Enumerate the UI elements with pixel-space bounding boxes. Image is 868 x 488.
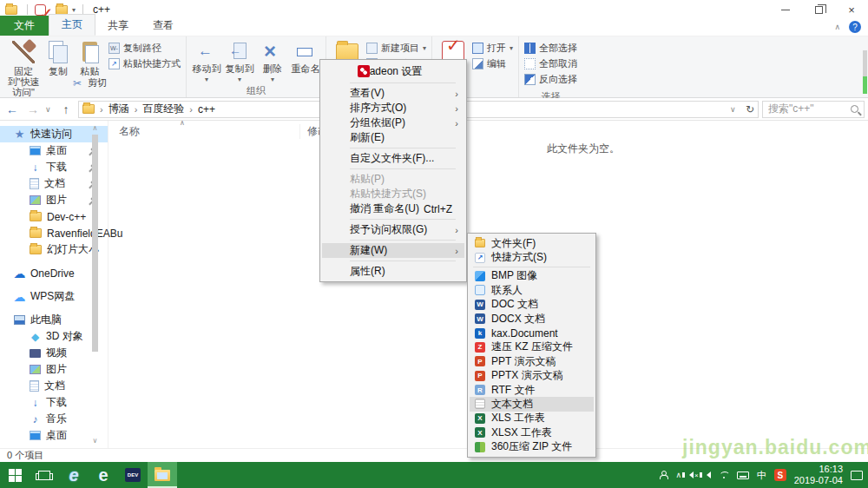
column-header-name[interactable]: 名称 ∧ bbox=[119, 124, 293, 139]
open-icon bbox=[472, 43, 483, 54]
menu-item-properties[interactable]: 属性(R) bbox=[322, 264, 464, 279]
ime-mode-indicator[interactable]: 中 bbox=[757, 469, 766, 482]
submenu-item-folder[interactable]: 文件夹(F) bbox=[470, 236, 594, 250]
touch-keyboard-icon[interactable] bbox=[737, 472, 749, 479]
select-all-button[interactable]: 全部选择 bbox=[524, 42, 577, 55]
recent-locations-icon[interactable]: ∨ bbox=[45, 105, 54, 114]
sidebar-label: 3D 对象 bbox=[46, 329, 83, 344]
move-to-button[interactable]: 移动到 ▾ bbox=[190, 38, 223, 83]
copy-path-label: 复制路径 bbox=[123, 42, 161, 55]
menu-item-sort-by[interactable]: 排序方式(O) › bbox=[322, 101, 464, 115]
submenu-item-shortcut[interactable]: ↗ 快捷方式(S) bbox=[470, 250, 594, 264]
taskbar-edge-button[interactable]: e bbox=[89, 462, 118, 488]
new-item-button[interactable]: 新建项目 ▾ bbox=[366, 42, 426, 55]
submenu-item-bmp[interactable]: BMP 图像 bbox=[470, 269, 594, 283]
taskbar-devcpp-button[interactable]: DEV bbox=[118, 462, 148, 488]
download-icon: ↓ bbox=[30, 397, 41, 408]
sidebar-scrollbar[interactable]: ∧ ∨ bbox=[91, 124, 99, 445]
taskbar-explorer-button[interactable] bbox=[148, 462, 177, 488]
search-placeholder: 搜索"c++" bbox=[768, 102, 847, 116]
menu-item-customize-folder[interactable]: 自定义文件夹(F)... bbox=[322, 151, 464, 166]
minimize-button[interactable] bbox=[769, 0, 802, 19]
menu-item-radeon-settings[interactable]: Radeon 设置 bbox=[322, 63, 464, 80]
crumb-user[interactable]: 博涵 bbox=[108, 102, 129, 116]
tab-view[interactable]: 查看 bbox=[141, 16, 186, 36]
sogou-input-icon[interactable]: S bbox=[774, 469, 786, 481]
start-button[interactable] bbox=[0, 462, 30, 488]
submenu-item-xlsx[interactable]: X XLSX 工作表 bbox=[470, 425, 594, 439]
submenu-item-xls[interactable]: X XLS 工作表 bbox=[470, 412, 594, 425]
paste-shortcut-button[interactable]: 粘贴快捷方式 bbox=[108, 57, 181, 70]
help-icon[interactable]: ? bbox=[849, 21, 861, 33]
submenu-item-contact[interactable]: 联系人 bbox=[470, 283, 594, 297]
qat-customize-icon[interactable]: ▾ bbox=[72, 6, 76, 14]
people-icon[interactable] bbox=[659, 471, 667, 479]
taskbar-ie-button[interactable]: e bbox=[59, 462, 89, 488]
submenu-item-ppt[interactable]: P PPT 演示文稿 bbox=[470, 354, 594, 368]
clock[interactable]: 16:13 2019-07-04 bbox=[794, 464, 843, 486]
select-none-button[interactable]: 全部取消 bbox=[524, 57, 577, 70]
tray-time: 16:13 bbox=[794, 464, 843, 475]
properties-qat-icon[interactable] bbox=[35, 4, 46, 16]
task-view-button[interactable] bbox=[30, 462, 59, 488]
rename-button[interactable]: 重命名 bbox=[289, 38, 322, 76]
scrollbar-thumb[interactable] bbox=[92, 135, 98, 352]
tab-home[interactable]: 主页 bbox=[49, 14, 95, 36]
restore-button[interactable] bbox=[802, 0, 835, 19]
submenu-item-kax[interactable]: k kax.Document bbox=[470, 326, 594, 340]
crumb-jingyan[interactable]: 百度经验 bbox=[142, 102, 184, 116]
delete-button[interactable]: 删除 ▾ bbox=[256, 38, 289, 83]
menu-item-undo-rename[interactable]: 撤消 重命名(U) Ctrl+Z bbox=[322, 201, 464, 216]
newfolder-qat-icon[interactable] bbox=[56, 5, 68, 15]
submenu-item-text-document[interactable]: 文本文档 bbox=[470, 397, 594, 411]
menu-item-group-by[interactable]: 分组依据(P) › bbox=[322, 115, 464, 130]
menu-item-view[interactable]: 查看(V) › bbox=[322, 86, 464, 101]
kz-archive-icon: Z bbox=[475, 342, 485, 353]
scrollbar-fragment bbox=[863, 50, 867, 94]
refresh-icon[interactable]: ↻ bbox=[746, 103, 754, 115]
submenu-arrow-icon: › bbox=[455, 89, 458, 99]
minimize-icon bbox=[781, 10, 790, 10]
copy-to-button[interactable]: 复制到 ▾ bbox=[223, 38, 256, 83]
scroll-up-icon[interactable]: ∧ bbox=[91, 124, 99, 132]
close-button[interactable]: × bbox=[835, 0, 868, 19]
scroll-down-icon[interactable]: ∨ bbox=[91, 437, 99, 445]
crumb-cpp[interactable]: c++ bbox=[198, 103, 215, 115]
internet-explorer-icon: e bbox=[69, 466, 78, 484]
address-dropdown-icon[interactable]: ∨ bbox=[730, 105, 739, 114]
hidden-icons-chevron-icon[interactable]: ∧ bbox=[675, 471, 681, 479]
open-button[interactable]: 打开 ▾ bbox=[472, 42, 513, 55]
collapse-ribbon-icon[interactable]: ∧ bbox=[834, 23, 840, 31]
submenu-item-360zip[interactable]: 360压缩 ZIP 文件 bbox=[470, 439, 594, 453]
copy-path-button[interactable]: 复制路径 bbox=[108, 42, 181, 55]
menu-item-give-access[interactable]: 授予访问权限(G) › bbox=[322, 222, 464, 237]
sidebar-label: 快速访问 bbox=[30, 127, 72, 142]
menu-item-new[interactable]: 新建(W) › bbox=[322, 243, 464, 258]
submenu-item-pptx[interactable]: P PPTX 演示文稿 bbox=[470, 369, 594, 383]
submenu-item-kz-archive[interactable]: Z 速压 KZ 压缩文件 bbox=[470, 340, 594, 354]
tab-share[interactable]: 共享 bbox=[95, 16, 141, 36]
menu-item-refresh[interactable]: 刷新(E) bbox=[322, 130, 464, 145]
back-button[interactable]: ← bbox=[3, 102, 21, 116]
copy-button[interactable]: 复制 bbox=[43, 38, 73, 76]
cut-button[interactable]: 剪切 bbox=[73, 76, 107, 89]
forward-button[interactable]: → bbox=[24, 102, 42, 116]
new-submenu: 文件夹(F) ↗ 快捷方式(S) BMP 图像 联系人 W DOC 文档 W D… bbox=[467, 233, 596, 458]
new-item-label: 新建项目 bbox=[381, 42, 419, 55]
edit-button[interactable]: 编辑 bbox=[472, 57, 513, 70]
submenu-item-doc[interactable]: W DOC 文档 bbox=[470, 298, 594, 312]
wifi-icon[interactable] bbox=[719, 472, 729, 479]
paste-button[interactable]: 粘贴 bbox=[76, 38, 105, 76]
pin-to-quick-access-button[interactable]: 固定到"快速访问" bbox=[3, 38, 43, 97]
action-center-icon[interactable] bbox=[851, 471, 863, 480]
tab-file[interactable]: 文件 bbox=[0, 16, 49, 36]
chevron-down-icon: ▾ bbox=[271, 76, 274, 83]
search-input[interactable]: 搜索"c++" bbox=[762, 101, 865, 118]
up-button[interactable]: ↑ bbox=[57, 102, 75, 116]
muted-device-icon[interactable]: × bbox=[689, 472, 699, 479]
speaker-icon[interactable] bbox=[707, 472, 711, 478]
menu-separator bbox=[473, 267, 590, 267]
submenu-item-docx[interactable]: W DOCX 文档 bbox=[470, 312, 594, 326]
submenu-item-rtf[interactable]: R RTF 文件 bbox=[470, 383, 594, 397]
invert-selection-button[interactable]: 反向选择 bbox=[524, 73, 577, 86]
